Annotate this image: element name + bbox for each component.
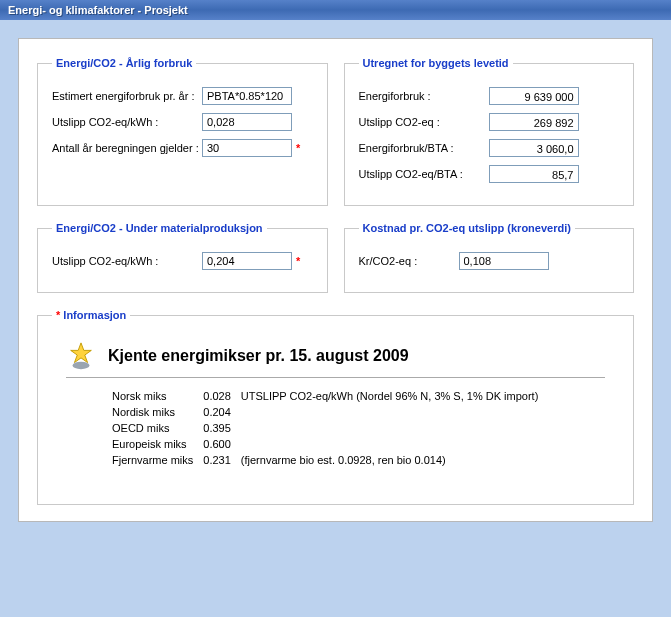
line-years: Antall år beregningen gjelder : * bbox=[52, 139, 313, 157]
label-eforbruk: Energiforbruk : bbox=[359, 90, 489, 102]
table-row: Nordisk miks0.204 bbox=[112, 404, 548, 420]
value-utslipp-bta: 85,7 bbox=[489, 165, 579, 183]
mix-note: UTSLIPP CO2-eq/kWh (Nordel 96% N, 3% S, … bbox=[241, 388, 549, 404]
table-row: Norsk miks0.028UTSLIPP CO2-eq/kWh (Norde… bbox=[112, 388, 548, 404]
label-kr: Kr/CO2-eq : bbox=[359, 255, 459, 267]
lightbulb-icon bbox=[66, 341, 96, 371]
info-title: Kjente energimikser pr. 15. august 2009 bbox=[108, 347, 409, 365]
mix-note bbox=[241, 404, 549, 420]
label-years: Antall år beregningen gjelder : bbox=[52, 142, 202, 154]
input-utslipp-annual[interactable] bbox=[202, 113, 292, 131]
input-kr[interactable] bbox=[459, 252, 549, 270]
mix-value: 0.231 bbox=[203, 452, 241, 468]
label-estimated: Estimert energiforbruk pr. år : bbox=[52, 90, 202, 102]
label-utslipp-annual: Utslipp CO2-eq/kWh : bbox=[52, 116, 202, 128]
legend-lifetime: Utregnet for byggets levetid bbox=[359, 57, 513, 69]
legend-material: Energi/CO2 - Under materialproduksjon bbox=[52, 222, 267, 234]
label-eforbruk-bta: Energiforbruk/BTA : bbox=[359, 142, 489, 154]
required-star-info: * bbox=[56, 309, 60, 321]
label-utslipp-material: Utslipp CO2-eq/kWh : bbox=[52, 255, 202, 267]
line-utslipp-life: Utslipp CO2-eq : 269 892 bbox=[359, 113, 620, 131]
fieldset-cost: Kostnad pr. CO2-eq utslipp (kroneverdi) … bbox=[344, 222, 635, 293]
mix-value: 0.395 bbox=[203, 420, 241, 436]
window-title: Energi- og klimafaktorer - Prosjekt bbox=[8, 4, 188, 16]
input-years[interactable] bbox=[202, 139, 292, 157]
line-estimated: Estimert energiforbruk pr. år : bbox=[52, 87, 313, 105]
input-utslipp-material[interactable] bbox=[202, 252, 292, 270]
row-2: Energi/CO2 - Under materialproduksjon Ut… bbox=[37, 222, 634, 293]
value-eforbruk-bta: 3 060,0 bbox=[489, 139, 579, 157]
value-utslipp-life: 269 892 bbox=[489, 113, 579, 131]
fieldset-lifetime: Utregnet for byggets levetid Energiforbr… bbox=[344, 57, 635, 206]
main-panel: Energi/CO2 - Årlig forbruk Estimert ener… bbox=[18, 38, 653, 522]
mix-note bbox=[241, 420, 549, 436]
fieldset-info: * Informasjon Kjente energimikser pr. 15… bbox=[37, 309, 634, 505]
window: Energi- og klimafaktorer - Prosjekt Ener… bbox=[0, 0, 671, 617]
mix-note: (fjernvarme bio est. 0.0928, ren bio 0.0… bbox=[241, 452, 549, 468]
table-row: OECD miks0.395 bbox=[112, 420, 548, 436]
mix-value: 0.600 bbox=[203, 436, 241, 452]
client-area: Energi/CO2 - Årlig forbruk Estimert ener… bbox=[0, 20, 671, 540]
fieldset-annual: Energi/CO2 - Årlig forbruk Estimert ener… bbox=[37, 57, 328, 206]
svg-marker-0 bbox=[71, 343, 92, 363]
line-eforbruk-bta: Energiforbruk/BTA : 3 060,0 bbox=[359, 139, 620, 157]
mix-name: Norsk miks bbox=[112, 388, 203, 404]
line-utslipp-bta: Utslipp CO2-eq/BTA : 85,7 bbox=[359, 165, 620, 183]
required-star-material: * bbox=[296, 255, 300, 267]
legend-info: * Informasjon bbox=[52, 309, 130, 321]
mix-note bbox=[241, 436, 549, 452]
table-row: Europeisk miks0.600 bbox=[112, 436, 548, 452]
row-1: Energi/CO2 - Årlig forbruk Estimert ener… bbox=[37, 57, 634, 206]
label-utslipp-life: Utslipp CO2-eq : bbox=[359, 116, 489, 128]
svg-point-1 bbox=[73, 362, 90, 370]
value-eforbruk: 9 639 000 bbox=[489, 87, 579, 105]
table-row: Fjernvarme miks0.231(fjernvarme bio est.… bbox=[112, 452, 548, 468]
label-utslipp-bta: Utslipp CO2-eq/BTA : bbox=[359, 168, 489, 180]
mix-name: Nordisk miks bbox=[112, 404, 203, 420]
mix-name: Europeisk miks bbox=[112, 436, 203, 452]
legend-info-text: Informasjon bbox=[63, 309, 126, 321]
mix-name: OECD miks bbox=[112, 420, 203, 436]
mix-value: 0.028 bbox=[203, 388, 241, 404]
input-estimated[interactable] bbox=[202, 87, 292, 105]
line-eforbruk: Energiforbruk : 9 639 000 bbox=[359, 87, 620, 105]
line-utslipp-annual: Utslipp CO2-eq/kWh : bbox=[52, 113, 313, 131]
legend-annual: Energi/CO2 - Årlig forbruk bbox=[52, 57, 196, 69]
line-kr: Kr/CO2-eq : bbox=[359, 252, 620, 270]
info-head: Kjente energimikser pr. 15. august 2009 bbox=[66, 341, 605, 371]
required-star-years: * bbox=[296, 142, 300, 154]
line-utslipp-material: Utslipp CO2-eq/kWh : * bbox=[52, 252, 313, 270]
info-table: Norsk miks0.028UTSLIPP CO2-eq/kWh (Norde… bbox=[112, 388, 548, 468]
mix-value: 0.204 bbox=[203, 404, 241, 420]
info-divider bbox=[66, 377, 605, 378]
info-table-body: Norsk miks0.028UTSLIPP CO2-eq/kWh (Norde… bbox=[112, 388, 548, 468]
titlebar: Energi- og klimafaktorer - Prosjekt bbox=[0, 0, 671, 20]
info-body: Kjente energimikser pr. 15. august 2009 … bbox=[52, 331, 619, 490]
fieldset-material: Energi/CO2 - Under materialproduksjon Ut… bbox=[37, 222, 328, 293]
legend-cost: Kostnad pr. CO2-eq utslipp (kroneverdi) bbox=[359, 222, 575, 234]
mix-name: Fjernvarme miks bbox=[112, 452, 203, 468]
